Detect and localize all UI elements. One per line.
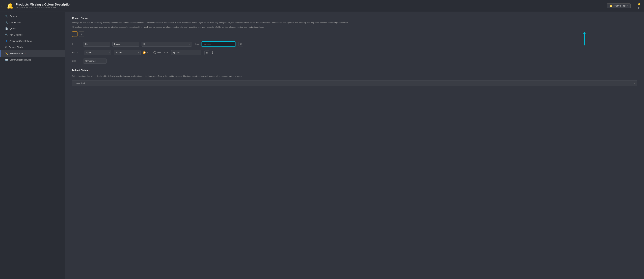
condition-row-else: Else Unresolved — [72, 58, 637, 64]
condition-row-1: If Class ▾ Equals ▾ H ▾ then — [72, 42, 637, 47]
top-right-icon2: ▶ — [638, 6, 640, 9]
main-layout: 🔧 General 🔧 Connection 📄 Query 🔍 Key Col… — [0, 12, 644, 279]
refresh-button[interactable]: ↺ — [79, 31, 84, 37]
return-to-project-button[interactable]: 🗂️ Return to Project — [607, 3, 630, 8]
chevron-down-icon: ▾ — [107, 43, 108, 45]
sidebar: 🔧 General 🔧 Connection 📄 Query 🔍 Key Col… — [0, 12, 66, 279]
sidebar-item-custom-fields[interactable]: ⊞ Custom Fields — [0, 44, 65, 50]
sidebar-item-record-status[interactable]: ✏️ Record Status * — [0, 50, 65, 57]
section-desc-1: Manage the status of the results by prov… — [72, 21, 637, 24]
toolbar: + ↺ — [72, 31, 637, 37]
more-options-row2-button[interactable]: ⋮ — [210, 51, 214, 54]
value-select-h[interactable]: H ▾ — [142, 42, 192, 46]
default-status-title: Default Status — [72, 69, 88, 72]
else-value-display: Unresolved — [83, 58, 107, 64]
chevron-down-icon: ▾ — [634, 82, 635, 84]
row1-actions: 🗑 ⋮ — [238, 42, 248, 46]
field-select-ignore[interactable]: Ignore ▾ — [84, 50, 111, 55]
required-badge: * — [25, 52, 26, 55]
then-label-2: then — [164, 52, 168, 54]
status-input-row1[interactable] — [202, 42, 235, 47]
radio-false[interactable]: false — [154, 51, 161, 54]
mail-icon: ✉️ — [5, 58, 8, 61]
status-input-wrapper — [202, 42, 235, 47]
row2-actions: 🗑 ⋮ — [204, 50, 214, 55]
status-select-ignored[interactable]: Ignored — [171, 50, 202, 55]
notification-icon: 🔔 — [7, 3, 14, 9]
field-select-class[interactable]: Class ▾ — [83, 42, 110, 46]
default-status-desc: Select the status that will be displayed… — [72, 74, 637, 78]
top-right-icon1: 🔔 — [638, 3, 641, 5]
radio-false-circle — [154, 51, 156, 54]
condition-row-2: Else if Ignore ▾ Equals ▾ true — [72, 50, 637, 55]
content-area: Record Status Manage the status of the r… — [66, 12, 644, 279]
sidebar-item-key-columns[interactable]: 🔍 Key Columns — [0, 32, 65, 38]
key-icon: 🔍 — [5, 34, 8, 36]
grid-icon: ⊞ — [5, 46, 7, 48]
radio-true[interactable]: true — [143, 51, 150, 54]
required-asterisk: * — [88, 70, 90, 72]
edit-icon: ✏️ — [5, 52, 8, 55]
radio-group-true-false: true false — [143, 51, 161, 54]
delete-row1-button[interactable]: 🗑 — [238, 42, 243, 46]
query-icon: 📄 — [5, 27, 8, 30]
default-status-section: Default Status * Select the status that … — [72, 69, 637, 86]
user-icon: 👤 — [5, 40, 8, 42]
more-options-row1-button[interactable]: ⋮ — [244, 42, 248, 46]
collapse-sidebar-btn[interactable]: » — [0, 4, 3, 8]
page-header-title: Products Missing a Colour Description Na… — [16, 3, 72, 9]
sidebar-item-query[interactable]: 📄 Query — [0, 26, 65, 32]
sidebar-item-communication-rules[interactable]: ✉️ Communication Rules — [0, 57, 65, 63]
chevron-down-icon: ▾ — [189, 43, 190, 45]
sidebar-item-general[interactable]: 🔧 General — [0, 13, 65, 19]
sidebar-item-connection[interactable]: 🔧 Connection — [0, 19, 65, 26]
sidebar-item-assigned-user-column[interactable]: 👤 Assigned User Column — [0, 38, 65, 44]
operator-select-equals[interactable]: Equals ▾ — [112, 42, 139, 46]
chevron-down-icon: ▾ — [109, 52, 110, 54]
connection-icon: 🔧 — [5, 21, 8, 24]
then-label-1: then — [195, 43, 199, 45]
condition-label-else: Else — [72, 60, 81, 62]
section-desc-2: All available options below are generate… — [72, 26, 637, 28]
chevron-down-icon: ▾ — [136, 43, 137, 45]
default-status-select[interactable]: Unresolved ▾ — [72, 80, 637, 86]
delete-row2-button[interactable]: 🗑 — [204, 50, 209, 55]
wrench-icon: 🔧 — [5, 15, 8, 18]
operator-select-equals-2[interactable]: Equals ▾ — [114, 50, 140, 55]
return-to-project-area: 🗂️ Return to Project — [607, 3, 630, 8]
conditions-area: If Class ▾ Equals ▾ H ▾ then — [72, 42, 637, 64]
section-title: Record Status — [72, 17, 637, 20]
add-condition-button[interactable]: + — [72, 31, 78, 37]
chevron-down-icon: ▾ — [138, 52, 139, 54]
condition-label-if: If — [72, 43, 81, 45]
return-icon: 🗂️ — [610, 5, 612, 7]
header: » 🔔 Products Missing a Colour Descriptio… — [0, 0, 644, 12]
radio-true-circle — [143, 51, 146, 54]
condition-label-elseif: Else if — [72, 52, 82, 54]
